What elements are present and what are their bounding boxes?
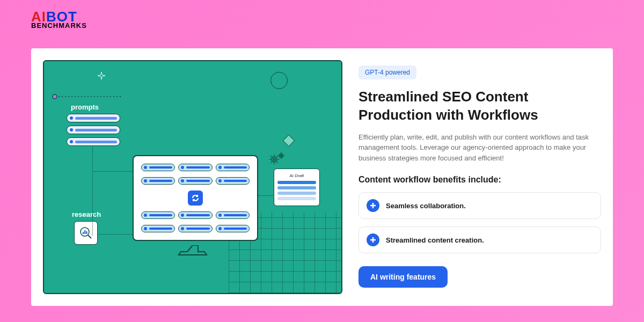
draft-line [277,181,316,184]
site-logo: AI BOT BENCHMARKS [31,10,87,30]
ai-draft-title: AI Draft [277,172,316,181]
svg-point-2 [272,157,277,162]
diamond-decoration [283,135,295,147]
research-icon [74,221,98,245]
plus-icon [367,233,379,246]
ai-writing-features-button[interactable]: AI writing features [358,266,448,288]
research-label: research [72,210,101,218]
draft-line [277,186,316,189]
section-description: Efficiently plan, write, edit, and publi… [358,132,601,164]
monitor-screen [133,155,258,241]
section-heading: Streamlined SEO Content Production with … [358,88,601,125]
wire [258,195,274,196]
wire [92,147,93,206]
monitor-illustration [133,155,258,252]
refresh-icon [188,191,203,206]
svg-rect-8 [83,232,84,234]
plus-icon [367,199,379,212]
wire [92,206,93,236]
circle-decoration [270,72,288,89]
svg-line-7 [88,235,91,238]
svg-rect-10 [86,231,87,234]
benefit-text: Streamlined content creation. [386,236,484,244]
svg-point-4 [280,154,283,158]
content-column: GPT-4 powered Streamlined SEO Content Pr… [358,60,601,294]
logo-tagline: BENCHMARKS [31,21,87,30]
benefit-item[interactable]: Seamless collaboration. [358,192,601,219]
svg-rect-9 [84,230,85,234]
prompt-item [67,114,120,122]
draft-line [277,192,316,195]
monitor-stand [177,245,214,261]
ai-draft-panel: AI Draft [274,169,320,206]
svg-point-5 [281,155,282,156]
dot-path-decoration [52,93,127,100]
gpt4-badge: GPT-4 powered [358,65,416,79]
prompt-item [67,137,120,146]
benefit-item[interactable]: Streamlined content creation. [358,226,601,253]
benefit-text: Seamless collaboration. [386,202,466,210]
benefits-subheading: Content workflow benefits include: [358,175,601,185]
feature-card: prompts research [31,48,613,306]
sparkle-icon [98,72,105,79]
wire [92,171,133,172]
wire [98,234,133,235]
draft-line [277,197,316,200]
svg-point-3 [273,158,275,160]
gear-icon [269,152,286,166]
workflow-illustration: prompts research [43,60,342,294]
svg-point-0 [53,94,57,99]
prompts-label: prompts [71,103,99,111]
prompt-item [67,126,120,134]
